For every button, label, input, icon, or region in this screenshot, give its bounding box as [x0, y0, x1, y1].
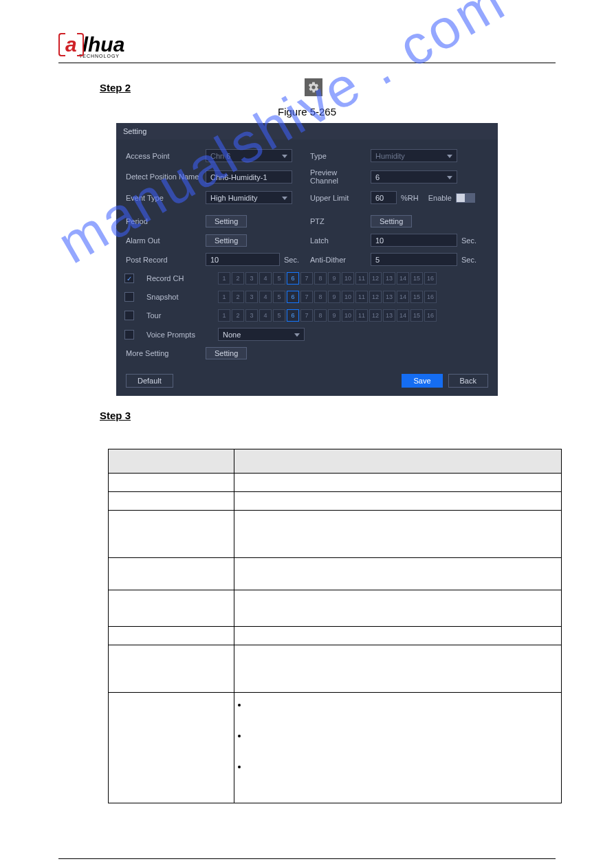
channel-cell[interactable]: 2: [232, 309, 244, 322]
upper-limit-label: Upper Limit: [310, 194, 366, 202]
snapshot-label: Snapshot: [146, 293, 203, 301]
channel-cell[interactable]: 11: [355, 309, 368, 322]
preview-channel-select[interactable]: 6: [371, 170, 457, 183]
record-ch-grid: 12345678910111213141516: [218, 272, 437, 285]
channel-cell[interactable]: 1: [218, 272, 230, 285]
channel-cell[interactable]: 10: [342, 272, 354, 285]
default-button[interactable]: Default: [126, 374, 173, 388]
access-point-select[interactable]: Chn 6: [206, 149, 292, 162]
anti-dither-label: Anti-Dither: [310, 256, 366, 264]
settings-panel: Setting Access Point Chn 6 Type Humidity…: [116, 123, 498, 396]
tour-checkbox[interactable]: [124, 311, 134, 320]
channel-cell[interactable]: 10: [342, 291, 354, 303]
channel-cell[interactable]: 15: [410, 272, 423, 285]
channel-cell[interactable]: 11: [355, 272, 368, 285]
channel-cell[interactable]: 14: [397, 272, 409, 285]
channel-cell[interactable]: 15: [410, 309, 423, 322]
detect-position-label: Detect Position Name: [126, 173, 201, 181]
channel-cell[interactable]: 12: [369, 272, 382, 285]
channel-cell[interactable]: 7: [300, 309, 313, 322]
channel-cell[interactable]: 5: [273, 291, 285, 303]
alarm-out-setting-button[interactable]: Setting: [206, 234, 247, 247]
enable-label: Enable: [428, 194, 452, 202]
channel-cell[interactable]: 5: [273, 309, 285, 322]
channel-cell[interactable]: 11: [355, 291, 368, 303]
preview-channel-label: Preview Channel: [310, 168, 366, 185]
tour-ch-grid: 12345678910111213141516: [218, 309, 437, 322]
back-button[interactable]: Back: [448, 374, 488, 388]
channel-cell[interactable]: 3: [245, 309, 258, 322]
channel-cell[interactable]: 9: [328, 309, 340, 322]
channel-cell[interactable]: 14: [397, 291, 409, 303]
channel-cell[interactable]: 13: [383, 291, 395, 303]
enable-switch[interactable]: [456, 193, 475, 203]
logo-subtext: TECHNOLOGY: [79, 54, 556, 58]
detect-position-input[interactable]: Chn6-Humidity-1: [206, 170, 292, 183]
more-setting-button[interactable]: Setting: [206, 347, 247, 359]
post-record-label: Post Record: [126, 256, 201, 264]
event-type-select[interactable]: High Humidity: [206, 191, 292, 204]
bullet-item: [248, 761, 554, 772]
voice-prompts-label: Voice Prompts: [146, 331, 203, 339]
channel-cell[interactable]: 8: [314, 291, 327, 303]
footer-rule: [58, 858, 556, 859]
period-setting-button[interactable]: Setting: [206, 215, 247, 227]
snapshot-ch-grid: 12345678910111213141516: [218, 291, 437, 303]
channel-cell[interactable]: 7: [300, 291, 313, 303]
ptz-setting-button[interactable]: Setting: [371, 215, 412, 227]
channel-cell[interactable]: 12: [369, 309, 382, 322]
channel-cell[interactable]: 3: [245, 272, 258, 285]
channel-cell[interactable]: 8: [314, 309, 327, 322]
channel-cell[interactable]: 9: [328, 272, 340, 285]
channel-cell[interactable]: 6: [287, 309, 299, 322]
channel-cell[interactable]: 14: [397, 309, 409, 322]
channel-cell[interactable]: 7: [300, 272, 313, 285]
channel-cell[interactable]: 1: [218, 309, 230, 322]
logo-a-glyph: a: [58, 34, 84, 55]
channel-cell[interactable]: 10: [342, 309, 354, 322]
latch-unit: Sec.: [461, 236, 476, 245]
figure-caption: Figure 5-265: [58, 106, 556, 118]
latch-input[interactable]: 10: [371, 234, 457, 247]
more-setting-label: More Setting: [126, 349, 201, 357]
type-select[interactable]: Humidity: [371, 149, 457, 162]
channel-cell[interactable]: 13: [383, 309, 395, 322]
ptz-label: PTZ: [310, 217, 366, 225]
channel-cell[interactable]: 6: [287, 291, 299, 303]
channel-cell[interactable]: 6: [287, 272, 299, 285]
step-2-label: Step 2: [100, 82, 131, 93]
snapshot-checkbox[interactable]: [124, 292, 134, 302]
channel-cell[interactable]: 4: [259, 272, 272, 285]
channel-cell[interactable]: 2: [232, 291, 244, 303]
post-record-input[interactable]: 10: [206, 253, 280, 266]
upper-limit-input[interactable]: 60: [371, 191, 397, 204]
channel-cell[interactable]: 5: [273, 272, 285, 285]
channel-cell[interactable]: 9: [328, 291, 340, 303]
channel-cell[interactable]: 16: [424, 272, 437, 285]
record-ch-label: Record CH: [146, 274, 203, 282]
channel-cell[interactable]: 16: [424, 309, 437, 322]
alarm-out-label: Alarm Out: [126, 236, 201, 245]
channel-cell[interactable]: 4: [259, 291, 272, 303]
channel-cell[interactable]: 4: [259, 309, 272, 322]
save-button[interactable]: Save: [402, 374, 442, 388]
voice-prompts-checkbox[interactable]: [124, 330, 134, 340]
voice-prompts-select[interactable]: None: [218, 328, 305, 341]
anti-dither-input[interactable]: 5: [371, 253, 457, 266]
channel-cell[interactable]: 16: [424, 291, 437, 303]
channel-cell[interactable]: 15: [410, 291, 423, 303]
record-ch-checkbox[interactable]: [124, 274, 134, 283]
logo: a lhua TECHNOLOGY: [58, 34, 556, 58]
bullet-item: [248, 731, 554, 741]
gear-icon: [305, 78, 322, 96]
channel-cell[interactable]: 12: [369, 291, 382, 303]
upper-limit-unit: %RH: [401, 194, 419, 202]
channel-cell[interactable]: 8: [314, 272, 327, 285]
tour-label: Tour: [146, 311, 203, 320]
channel-cell[interactable]: 3: [245, 291, 258, 303]
table-header-desc: [234, 449, 562, 474]
access-point-label: Access Point: [126, 152, 201, 160]
channel-cell[interactable]: 13: [383, 272, 395, 285]
channel-cell[interactable]: 2: [232, 272, 244, 285]
channel-cell[interactable]: 1: [218, 291, 230, 303]
